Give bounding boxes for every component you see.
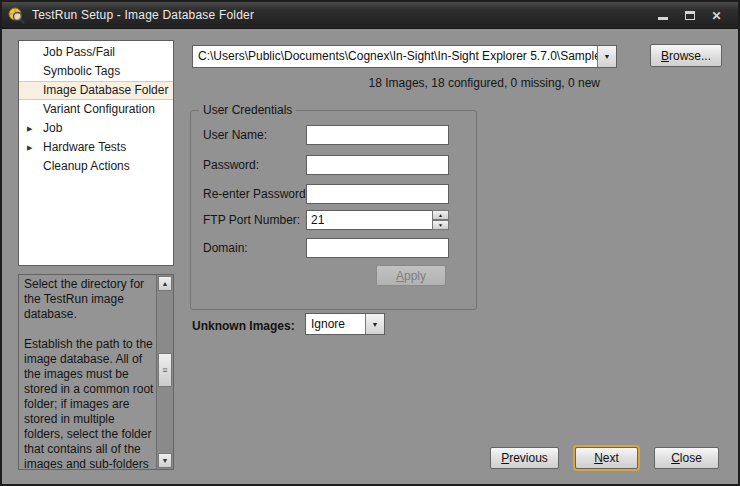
apply-button-label: Apply bbox=[396, 269, 426, 283]
help-scrollbar[interactable]: ▲ ≡ ▼ bbox=[156, 275, 173, 469]
arrow-down-icon: ▼ bbox=[162, 457, 169, 464]
next-button-label: Next bbox=[594, 451, 619, 465]
apply-button[interactable]: Apply bbox=[376, 265, 446, 286]
titlebar: TestRun Setup - Image Database Folder ✕ bbox=[2, 2, 738, 29]
help-paragraph: Establish the path to the image database… bbox=[24, 337, 154, 469]
sidebar-item-image-database-folder[interactable]: Image Database Folder bbox=[19, 81, 173, 100]
unknown-images-dropdown-button[interactable]: ▼ bbox=[365, 314, 384, 334]
reenter-password-field[interactable] bbox=[306, 184, 449, 204]
window-title: TestRun Setup - Image Database Folder bbox=[32, 8, 254, 22]
close-button-label: Close bbox=[671, 451, 702, 465]
path-dropdown-button[interactable]: ▼ bbox=[597, 46, 616, 67]
scroll-up-button[interactable]: ▲ bbox=[158, 276, 172, 291]
images-status-text: 18 Images, 18 configured, 0 missing, 0 n… bbox=[192, 76, 617, 90]
sidebar-item-job[interactable]: ▶ Job bbox=[19, 119, 173, 138]
expand-arrow-icon[interactable]: ▶ bbox=[27, 119, 32, 138]
arrow-up-icon: ▲ bbox=[438, 212, 443, 218]
arrow-up-icon: ▲ bbox=[162, 280, 169, 287]
maximize-icon bbox=[685, 11, 695, 20]
username-label: User Name: bbox=[203, 128, 267, 142]
username-field[interactable] bbox=[306, 125, 449, 145]
sidebar-item-job-pass-fail[interactable]: Job Pass/Fail bbox=[19, 43, 173, 62]
ftp-port-label: FTP Port Number: bbox=[203, 213, 300, 227]
expand-arrow-icon[interactable]: ▶ bbox=[27, 138, 32, 157]
close-icon: ✕ bbox=[711, 9, 721, 23]
user-credentials-group-label: User Credentials bbox=[199, 103, 296, 117]
domain-label: Domain: bbox=[203, 241, 248, 255]
previous-button-label: Previous bbox=[501, 451, 548, 465]
close-button[interactable]: ✕ bbox=[703, 2, 730, 29]
close-dialog-button[interactable]: Close bbox=[654, 447, 719, 469]
help-text: Select the directory for the TestRun ima… bbox=[19, 275, 156, 469]
scroll-down-button[interactable]: ▼ bbox=[158, 453, 172, 468]
setup-steps-list: Job Pass/Fail Symbolic Tags Image Databa… bbox=[18, 40, 174, 266]
help-panel: Select the directory for the TestRun ima… bbox=[18, 274, 174, 470]
unknown-images-dropdown[interactable]: Ignore ▼ bbox=[305, 313, 385, 335]
next-button[interactable]: Next bbox=[575, 447, 638, 469]
sidebar-item-label: Hardware Tests bbox=[43, 138, 126, 157]
help-paragraph: Select the directory for the TestRun ima… bbox=[24, 277, 154, 322]
minimize-button[interactable] bbox=[649, 2, 676, 29]
password-field[interactable] bbox=[306, 155, 449, 175]
sidebar-item-label: Variant Configuration bbox=[43, 100, 155, 119]
previous-button[interactable]: Previous bbox=[490, 447, 559, 469]
spinner-down-button[interactable]: ▼ bbox=[432, 220, 449, 230]
scrollbar-thumb[interactable]: ≡ bbox=[158, 353, 172, 387]
minimize-icon bbox=[658, 17, 668, 20]
ftp-port-spinner: ▲ ▼ bbox=[432, 210, 449, 230]
browse-button[interactable]: Browse... bbox=[650, 44, 722, 67]
image-database-path-value[interactable]: C:\Users\Public\Documents\Cognex\In-Sigh… bbox=[193, 46, 597, 67]
sidebar-item-cleanup-actions[interactable]: Cleanup Actions bbox=[19, 157, 173, 176]
sidebar-item-symbolic-tags[interactable]: Symbolic Tags bbox=[19, 62, 173, 81]
arrow-down-icon: ▼ bbox=[438, 222, 443, 228]
image-database-path-combo[interactable]: C:\Users\Public\Documents\Cognex\In-Sigh… bbox=[192, 45, 617, 68]
testrun-setup-dialog: TestRun Setup - Image Database Folder ✕ … bbox=[0, 0, 740, 486]
sidebar-item-label: Symbolic Tags bbox=[43, 62, 120, 81]
user-credentials-group: User Credentials User Name: Password: Re… bbox=[190, 110, 477, 310]
thumb-grip-icon: ≡ bbox=[162, 365, 167, 375]
dropdown-arrow-icon: ▼ bbox=[372, 321, 379, 328]
spinner-up-button[interactable]: ▲ bbox=[432, 210, 449, 220]
maximize-button[interactable] bbox=[676, 2, 703, 29]
password-label: Password: bbox=[203, 158, 259, 172]
ftp-port-field[interactable] bbox=[306, 210, 449, 230]
app-icon bbox=[8, 7, 25, 24]
sidebar-item-label: Job Pass/Fail bbox=[43, 43, 115, 62]
sidebar-item-hardware-tests[interactable]: ▶ Hardware Tests bbox=[19, 138, 173, 157]
window-controls: ✕ bbox=[649, 2, 730, 29]
sidebar-item-label: Job bbox=[43, 119, 62, 138]
browse-button-label: Browse... bbox=[661, 49, 711, 63]
unknown-images-label: Unknown Images: bbox=[192, 319, 295, 333]
reenter-password-label: Re-enter Password: bbox=[203, 187, 309, 201]
domain-field[interactable] bbox=[306, 238, 449, 258]
sidebar-item-label: Image Database Folder bbox=[43, 82, 168, 99]
unknown-images-value[interactable]: Ignore bbox=[306, 314, 365, 334]
sidebar-item-label: Cleanup Actions bbox=[43, 157, 130, 176]
sidebar-item-variant-configuration[interactable]: Variant Configuration bbox=[19, 100, 173, 119]
dropdown-arrow-icon: ▼ bbox=[604, 53, 611, 60]
